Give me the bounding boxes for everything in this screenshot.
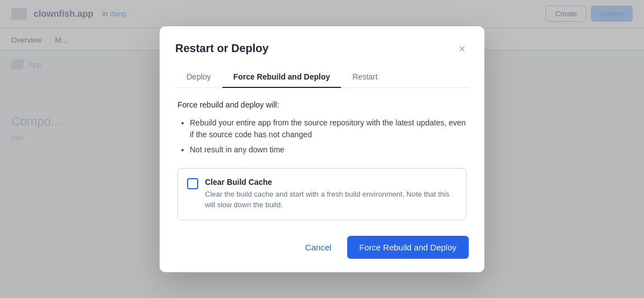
bullet-item-2: Not result in any down time [190,144,466,156]
bullet-list: Rebuild your entire app from the source … [178,117,466,156]
modal-overlay: Restart or Deploy × Deploy Force Rebuild… [0,0,644,298]
checkbox-text-wrapper: Clear Build Cache Clear the build cache … [205,178,457,211]
tab-restart[interactable]: Restart [341,67,389,88]
checkbox-label: Clear Build Cache [205,178,457,187]
clear-cache-checkbox[interactable] [187,178,198,189]
tab-force-rebuild[interactable]: Force Rebuild and Deploy [222,67,342,88]
bullet-item-1: Rebuild your entire app from the source … [190,117,466,141]
modal-title: Restart or Deploy [175,42,269,55]
restart-or-deploy-modal: Restart or Deploy × Deploy Force Rebuild… [160,26,484,272]
close-button[interactable]: × [455,42,469,55]
checkbox-description: Clear the build cache and start with a f… [205,189,457,211]
cancel-button[interactable]: Cancel [298,237,338,258]
intro-text: Force rebuild and deploy will: [178,100,466,109]
tab-deploy[interactable]: Deploy [175,67,222,88]
clear-build-cache-card[interactable]: Clear Build Cache Clear the build cache … [178,168,466,220]
modal-header: Restart or Deploy × [175,42,469,55]
force-rebuild-deploy-button[interactable]: Force Rebuild and Deploy [347,236,469,259]
modal-tabs: Deploy Force Rebuild and Deploy Restart [175,67,469,88]
modal-footer: Cancel Force Rebuild and Deploy [175,236,469,259]
modal-body: Force rebuild and deploy will: Rebuild y… [175,100,469,220]
